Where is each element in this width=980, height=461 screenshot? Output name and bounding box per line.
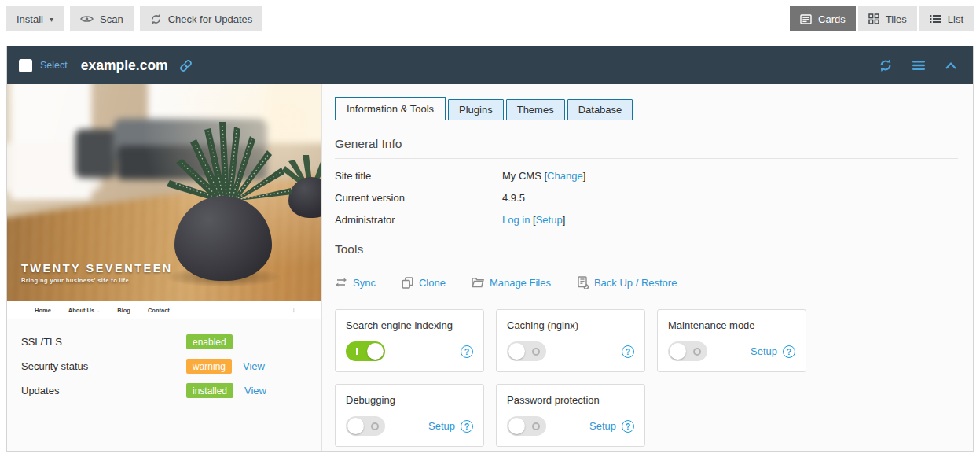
top-toolbar: Install ▾ Scan Check for Updates Cards T… (0, 0, 980, 31)
refresh-icon (150, 13, 162, 25)
site-card: Select example.com (6, 46, 974, 452)
view-list-button[interactable]: List (919, 6, 974, 31)
view-cards-button[interactable]: Cards (790, 6, 856, 31)
tab-database[interactable]: Database (567, 99, 633, 120)
status-label: Updates (21, 385, 186, 396)
check-for-updates-button[interactable]: Check for Updates (140, 6, 263, 31)
change-site-title-link[interactable]: Change (547, 170, 583, 182)
preview-site-tagline: Bringing your business' site to life (21, 277, 173, 284)
status-badge-warning: warning (186, 359, 232, 374)
search-indexing-toggle[interactable] (346, 341, 385, 361)
list-view-icon (930, 14, 941, 24)
administrator-value: Log in [Setup] (502, 214, 565, 226)
status-label: Security status (21, 360, 186, 372)
maintenance-setup-link[interactable]: Setup (751, 345, 777, 357)
view-list-label: List (948, 13, 963, 25)
help-icon[interactable]: ? (622, 345, 634, 358)
manage-files-link[interactable]: Manage Files (472, 277, 551, 289)
toggle-on-mark (356, 348, 358, 355)
action-buttons: Install ▾ Scan Check for Updates (6, 6, 262, 31)
toggle-knob (670, 343, 686, 360)
help-icon[interactable]: ? (622, 420, 634, 433)
help-icon[interactable]: ? (461, 420, 473, 433)
general-info-rows: Site title My CMS [Change] Current versi… (335, 170, 958, 226)
security-view-link[interactable]: View (243, 360, 265, 372)
eye-icon (80, 14, 94, 24)
toggle-off-mark (532, 348, 540, 356)
nav-caret-icon: ⌄ (96, 308, 100, 313)
scan-button-label: Scan (100, 13, 123, 25)
toggle-off-mark (693, 348, 701, 356)
backup-restore-link[interactable]: Back Up / Restore (577, 276, 677, 289)
card-menu-icon[interactable] (912, 60, 926, 71)
password-setup-link[interactable]: Setup (589, 420, 616, 432)
tiles-view-icon (868, 13, 879, 24)
log-in-link[interactable]: Log in (502, 214, 530, 226)
clone-link[interactable]: Clone (402, 277, 446, 289)
open-site-link-icon[interactable] (179, 59, 193, 72)
refresh-card-icon[interactable] (879, 58, 893, 72)
status-row-ssl: SSL/TLS enabled (21, 334, 321, 349)
general-info-heading: General Info (335, 137, 958, 159)
help-icon[interactable]: ? (461, 345, 473, 358)
clone-icon (402, 277, 413, 289)
cards-view-icon (800, 14, 812, 24)
status-row-security: Security status warning View (21, 359, 321, 374)
site-status-list: SSL/TLS enabled Security status warning … (7, 319, 321, 398)
site-card-body: TWENTY SEVENTEEN Bringing your business'… (7, 84, 973, 451)
preview-nav-blog: Blog (117, 307, 130, 314)
toggle-knob (347, 418, 364, 434)
status-badge-installed: installed (186, 383, 233, 398)
site-title-value: My CMS [Change] (502, 170, 585, 182)
site-card-header: Select example.com (7, 46, 973, 84)
info-row-administrator: Administrator Log in [Setup] (335, 214, 958, 226)
status-label: SSL/TLS (21, 336, 186, 348)
feature-cards: Search engine indexing ? Caching (nginx) (335, 309, 814, 447)
site-preview-image: TWENTY SEVENTEEN Bringing your business'… (7, 84, 321, 319)
succulent-plant (152, 122, 294, 205)
tool-links: Sync Clone Manage Files Back Up / Restor… (335, 276, 958, 289)
debugging-toggle[interactable] (346, 416, 385, 436)
info-row-site-title: Site title My CMS [Change] (335, 170, 958, 182)
install-button-label: Install (17, 13, 43, 25)
view-cards-label: Cards (818, 13, 846, 25)
backup-icon (577, 276, 589, 289)
collapse-card-icon[interactable] (945, 61, 957, 70)
password-protection-toggle[interactable] (507, 416, 546, 436)
toggle-knob (367, 343, 384, 360)
preview-nav-bar: Home About Us⌄ Blog Contact ↓ (7, 301, 321, 319)
select-checkbox[interactable] (19, 59, 32, 72)
debugging-setup-link[interactable]: Setup (428, 420, 455, 432)
help-icon[interactable]: ? (783, 345, 795, 358)
detail-tabs: Information & Tools Plugins Themes Datab… (335, 97, 958, 120)
status-row-updates: Updates installed View (21, 383, 321, 398)
toggle-knob (508, 343, 525, 360)
scan-button[interactable]: Scan (70, 6, 134, 31)
select-label[interactable]: Select (40, 60, 68, 71)
version-value: 4.9.5 (502, 192, 525, 204)
preview-nav-about: About Us⌄ (68, 307, 100, 314)
updates-view-link[interactable]: View (244, 385, 266, 396)
sync-link[interactable]: Sync (335, 277, 376, 289)
feature-card-password-protection: Password protection Setup ? (496, 384, 645, 447)
feature-card-search-indexing: Search engine indexing ? (335, 309, 484, 372)
tab-themes[interactable]: Themes (506, 99, 565, 120)
view-tiles-button[interactable]: Tiles (858, 6, 917, 31)
caching-toggle[interactable] (507, 341, 546, 361)
preview-site-title: TWENTY SEVENTEEN (21, 262, 173, 275)
toggle-knob (508, 418, 525, 434)
site-summary-panel: TWENTY SEVENTEEN Bringing your business'… (7, 84, 322, 451)
check-for-updates-label: Check for Updates (168, 13, 253, 25)
toggle-off-mark (371, 422, 379, 430)
admin-setup-link[interactable]: Setup (536, 214, 563, 226)
install-button[interactable]: Install ▾ (6, 6, 64, 31)
tab-plugins[interactable]: Plugins (448, 99, 504, 120)
maintenance-toggle[interactable] (668, 341, 707, 361)
preview-nav-contact: Contact (148, 307, 170, 314)
view-switcher: Cards Tiles List (790, 6, 974, 31)
tab-information-tools[interactable]: Information & Tools (335, 97, 446, 120)
feature-title: Maintenance mode (668, 319, 795, 331)
feature-title: Password protection (507, 394, 634, 406)
feature-title: Search engine indexing (346, 319, 473, 331)
tools-heading: Tools (335, 242, 958, 264)
